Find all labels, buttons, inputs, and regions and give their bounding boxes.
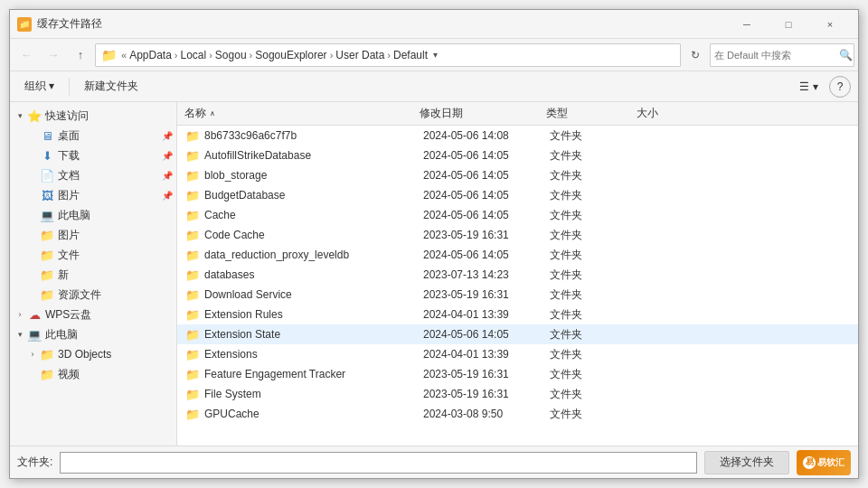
col-name-sort-icon: ∧ [210,109,215,117]
downloads-label: 下载 [58,148,80,164]
breadcrumb-appdata[interactable]: AppData [127,49,174,61]
sidebar-item-folder-files[interactable]: 📁 文件 [10,245,176,265]
column-header-row: 名称 ∧ 修改日期 类型 大小 [177,102,858,126]
statusbar-right: 选择文件夹 易 易软汇 [704,450,851,475]
sidebar-item-this-pc-shortcut[interactable]: 💻 此电脑 [10,205,176,225]
file-row-1[interactable]: 📁 8b6733c96a6c7f7b 2024-05-06 14:08 文件夹 [177,126,858,145]
file-date-3: 2024-05-06 14:05 [423,169,550,182]
folder-res-icon: 📁 [39,288,55,302]
file-row-13[interactable]: 📁 Feature Engagement Tracker 2023-05-19 … [177,364,858,384]
file-row-3[interactable]: 📁 blob_storage 2024-05-06 14:05 文件夹 [177,165,858,185]
file-name-3: blob_storage [204,169,423,182]
file-name-15: GPUCache [204,408,423,420]
folder-files-icon: 📁 [39,249,55,262]
sidebar-item-quick-access[interactable]: ▾ ⭐ 快速访问 [10,106,176,126]
file-area: 名称 ∧ 修改日期 类型 大小 📁 8b6733c96a6c7f7b [177,102,858,446]
file-type-11: 文件夹 [550,327,640,343]
file-type-2: 文件夹 [550,148,640,164]
minimize-button[interactable]: ─ [726,10,768,39]
organize-button[interactable]: 组织 ▾ [17,75,61,99]
back-button[interactable]: ← [14,42,39,68]
file-row-6[interactable]: 📁 Code Cache 2023-05-19 16:31 文件夹 [177,225,858,245]
sidebar-item-pictures[interactable]: 🖼 图片 📌 [10,185,176,205]
sidebar-item-folder-res[interactable]: 📁 资源文件 [10,285,176,305]
app-icon: 📁 [17,17,32,32]
sidebar-item-wps-cloud[interactable]: › ☁ WPS云盘 [10,305,176,324]
new-folder-button[interactable]: 新建文件夹 [77,75,146,99]
column-header-name[interactable]: 名称 ∧ [181,102,416,125]
sidebar-item-folder-pics[interactable]: 📁 图片 [10,225,176,245]
folder-path-input[interactable] [60,452,697,474]
main-content: ▾ ⭐ 快速访问 🖥 桌面 📌 ⬇ 下载 📌 📄 文档 📌 [10,102,858,446]
file-row-11[interactable]: 📁 Extension State 2024-05-06 14:05 文件夹 [177,324,858,344]
file-type-5: 文件夹 [550,208,640,223]
sidebar-item-documents[interactable]: 📄 文档 📌 [10,165,176,185]
sidebar-item-this-pc[interactable]: ▾ 💻 此电脑 [10,324,176,344]
view-button[interactable]: ☰ ▾ [792,75,826,99]
file-row-12[interactable]: 📁 Extensions 2024-04-01 13:39 文件夹 [177,344,858,364]
refresh-button[interactable]: ↻ [683,43,708,67]
breadcrumb-local[interactable]: Local [179,49,209,61]
file-type-13: 文件夹 [550,367,640,382]
file-name-10: Extension Rules [204,308,423,321]
window-controls: ─ □ × [726,10,851,39]
sidebar-item-folder-new[interactable]: 📁 新 [10,265,176,285]
folder-icon-14: 📁 [184,388,201,401]
file-date-12: 2024-04-01 13:39 [423,348,550,361]
statusbar: 文件夹: 选择文件夹 易 易软汇 [10,446,858,478]
file-row-8[interactable]: 📁 databases 2023-07-13 14:23 文件夹 [177,265,858,285]
file-type-1: 文件夹 [550,128,640,144]
3d-objects-label: 3D Objects [58,348,111,361]
file-row-9[interactable]: 📁 Download Service 2023-05-19 16:31 文件夹 [177,285,858,305]
close-button[interactable]: × [809,10,851,39]
file-row-2[interactable]: 📁 AutofillStrikeDatabase 2024-05-06 14:0… [177,145,858,165]
toolbar-right: ☰ ▾ ? [792,75,851,99]
this-pc-s-label: 此电脑 [58,208,90,223]
sidebar-item-desktop[interactable]: 🖥 桌面 📌 [10,126,176,145]
file-name-7: data_reduction_proxy_leveldb [204,249,423,261]
sep4: › [330,50,334,61]
breadcrumb-userdata[interactable]: User Data [334,49,386,61]
folder-files-label: 文件 [58,248,80,263]
sidebar-item-3d-objects[interactable]: › 📁 3D Objects [10,344,176,364]
maximize-button[interactable]: □ [768,10,809,39]
3d-objects-icon: 📁 [39,348,55,361]
breadcrumb-sogouexplorer[interactable]: SogouExplorer [253,49,328,61]
file-row-5[interactable]: 📁 Cache 2024-05-06 14:05 文件夹 [177,205,858,225]
brand-icon: 易 [803,456,816,469]
file-name-6: Code Cache [204,229,423,241]
sep2: › [209,50,212,61]
brand-badge: 易 易软汇 [797,450,851,475]
file-row-15[interactable]: 📁 GPUCache 2024-03-08 9:50 文件夹 [177,404,858,424]
folder-pics-icon: 📁 [39,229,55,242]
column-header-size[interactable]: 大小 [633,102,705,125]
breadcrumb-sogou[interactable]: Sogou [213,49,249,61]
file-list: 📁 8b6733c96a6c7f7b 2024-05-06 14:08 文件夹 … [177,126,858,446]
desktop-pin-icon: 📌 [162,131,173,141]
help-button[interactable]: ? [829,76,851,98]
breadcrumb-dropdown-arrow[interactable]: ▾ [433,50,438,60]
pictures-pin-icon: 📌 [162,191,173,201]
breadcrumb-default[interactable]: Default [392,49,429,61]
quick-access-icon: ⭐ [26,109,42,123]
column-header-type[interactable]: 类型 [542,102,633,125]
breadcrumb-prefix: « [121,50,127,61]
select-folder-button[interactable]: 选择文件夹 [704,451,789,474]
file-date-13: 2023-05-19 16:31 [423,368,550,380]
sidebar-item-video[interactable]: 📁 视频 [10,364,176,384]
file-row-14[interactable]: 📁 File System 2023-05-19 16:31 文件夹 [177,384,858,404]
col-date-label: 修改日期 [420,106,463,121]
file-row-10[interactable]: 📁 Extension Rules 2024-04-01 13:39 文件夹 [177,305,858,324]
file-row-7[interactable]: 📁 data_reduction_proxy_leveldb 2024-05-0… [177,245,858,265]
toolbar: 组织 ▾ 新建文件夹 ☰ ▾ ? [10,71,858,102]
up-button[interactable]: ↑ [68,42,93,68]
file-row-4[interactable]: 📁 BudgetDatabase 2024-05-06 14:05 文件夹 [177,185,858,205]
search-input[interactable] [714,50,839,61]
forward-button[interactable]: → [41,42,66,68]
file-name-12: Extensions [204,348,423,361]
column-header-date[interactable]: 修改日期 [416,102,542,125]
file-type-6: 文件夹 [550,228,640,243]
col-type-label: 类型 [546,106,568,121]
desktop-icon: 🖥 [39,129,55,143]
sidebar-item-downloads[interactable]: ⬇ 下载 📌 [10,145,176,165]
